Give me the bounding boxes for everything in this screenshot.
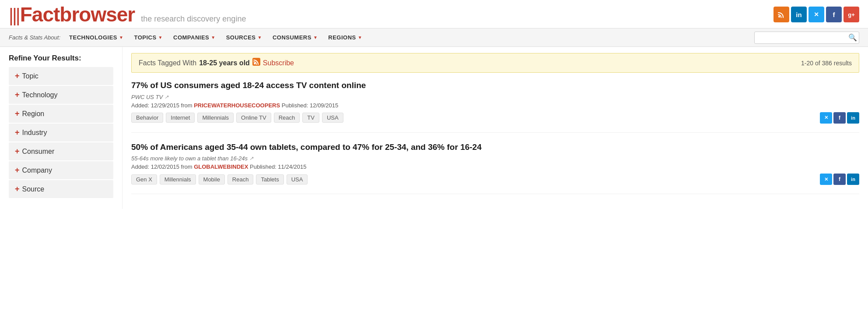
sidebar-title: Refine Your Results: <box>9 54 113 63</box>
sidebar-item-topic-label: Topic <box>22 72 38 80</box>
fact-source-line: 55-64s more likely to own a tablet than … <box>131 155 859 162</box>
source-name[interactable]: 55-64s more likely to own a tablet than … <box>131 155 248 162</box>
google-plus-button[interactable]: g+ <box>844 7 859 22</box>
share-icons: ✕ f in <box>820 174 859 185</box>
twitter-share-icon: ✕ <box>824 115 828 121</box>
sidebar-item-consumer[interactable]: + Consumer <box>9 142 113 160</box>
tag-tablets[interactable]: Tablets <box>256 174 284 184</box>
tag-millennials[interactable]: Millennials <box>197 113 234 123</box>
nav-consumers-label: CONSUMERS <box>273 34 312 41</box>
rss-button[interactable] <box>774 7 789 22</box>
tag-internet[interactable]: Internet <box>166 113 195 123</box>
share-twitter-button[interactable]: ✕ <box>820 174 832 185</box>
linkedin-icon: in <box>796 11 802 18</box>
sidebar-item-source[interactable]: + Source <box>9 180 113 198</box>
published-date: 11/24/2015 <box>278 163 306 170</box>
share-twitter-button[interactable]: ✕ <box>820 112 832 124</box>
sidebar-item-source-label: Source <box>22 185 45 193</box>
sidebar-item-region[interactable]: + Region <box>9 105 113 123</box>
fact-meta: Added: 12/29/2015 from PRICEWATERHOUSECO… <box>131 102 859 109</box>
fact-item: 77% of US consumers aged 18-24 access TV… <box>131 80 859 133</box>
plus-icon: + <box>15 147 20 156</box>
publisher-link[interactable]: PRICEWATERHOUSECOOPERS <box>194 102 280 109</box>
logo-area: |||Factbrowser the research discovery en… <box>9 4 246 25</box>
nav-topics-arrow: ▼ <box>158 35 163 40</box>
nav-technologies[interactable]: TECHNOLOGIES ▼ <box>64 28 129 47</box>
twitter-share-icon: ✕ <box>824 177 828 182</box>
search-input[interactable] <box>756 34 848 41</box>
share-icons: ✕ f in <box>820 112 859 124</box>
nav-companies[interactable]: COMPANIES ▼ <box>168 28 221 47</box>
fact-source-line: PWC US TV ↗ <box>131 94 859 100</box>
rss-icon[interactable] <box>252 58 260 68</box>
source-name[interactable]: PWC US TV <box>131 94 163 100</box>
results-header: Facts Tagged With 18-25 years old Subscr… <box>131 53 859 73</box>
fact-title[interactable]: 77% of US consumers aged 18-24 access TV… <box>131 80 859 91</box>
share-facebook-button[interactable]: f <box>833 174 846 185</box>
plus-icon: + <box>15 90 20 99</box>
main-content: Refine Your Results: + Topic + Technolog… <box>0 47 868 209</box>
nav-regions-label: REGIONS <box>328 34 356 41</box>
facebook-share-icon: f <box>839 115 840 121</box>
linkedin-button[interactable]: in <box>791 7 807 22</box>
results-header-prefix: Facts Tagged With <box>139 59 196 67</box>
facebook-icon: f <box>833 11 835 18</box>
social-icons: in ✕ f g+ <box>774 7 859 22</box>
nav-companies-label: COMPANIES <box>173 34 209 41</box>
nav-technologies-label: TECHNOLOGIES <box>69 34 117 41</box>
results-tag[interactable]: 18-25 years old <box>199 59 250 67</box>
results-count: 1-20 of 386 results <box>801 60 852 67</box>
nav-topics[interactable]: TOPICS ▼ <box>129 28 168 47</box>
share-facebook-button[interactable]: f <box>833 112 846 124</box>
nav-companies-arrow: ▼ <box>211 35 215 40</box>
tag-gen-x[interactable]: Gen X <box>131 174 157 184</box>
tag-mobile[interactable]: Mobile <box>199 174 225 184</box>
sidebar-item-region-label: Region <box>22 110 45 118</box>
tag-usa[interactable]: USA <box>322 113 343 123</box>
plus-icon: + <box>15 71 20 81</box>
nav-sources[interactable]: SOURCES ▼ <box>221 28 267 47</box>
tag-reach[interactable]: Reach <box>228 174 254 184</box>
tags-row: Behavior Internet Millennials Online TV … <box>131 112 859 124</box>
sidebar-item-industry[interactable]: + Industry <box>9 124 113 142</box>
tag-behavior[interactable]: Behavior <box>131 113 163 123</box>
fact-title[interactable]: 50% of Americans aged 35-44 own tablets,… <box>131 142 859 153</box>
nav-technologies-arrow: ▼ <box>119 35 123 40</box>
nav-consumers[interactable]: CONSUMERS ▼ <box>267 28 323 47</box>
tag-millennials[interactable]: Millennials <box>160 174 196 184</box>
search-box: 🔍 <box>754 32 859 44</box>
sidebar-item-topic[interactable]: + Topic <box>9 67 113 85</box>
site-header: |||Factbrowser the research discovery en… <box>0 0 868 28</box>
tags-list: Gen X Millennials Mobile Reach Tablets U… <box>131 174 308 184</box>
logo-text[interactable]: |||Factbrowser <box>9 4 135 25</box>
sidebar-item-company[interactable]: + Company <box>9 161 113 179</box>
facebook-button[interactable]: f <box>826 7 842 22</box>
share-linkedin-button[interactable]: in <box>847 112 859 124</box>
tag-tv[interactable]: TV <box>302 113 319 123</box>
tag-usa[interactable]: USA <box>287 174 308 184</box>
tags-row: Gen X Millennials Mobile Reach Tablets U… <box>131 174 859 185</box>
nav-sources-arrow: ▼ <box>257 35 262 40</box>
nav-regions[interactable]: REGIONS ▼ <box>323 28 368 47</box>
plus-icon: + <box>15 109 20 118</box>
linkedin-share-icon: in <box>851 177 855 182</box>
published-prefix: Published: <box>250 163 278 170</box>
tag-online-tv[interactable]: Online TV <box>236 113 271 123</box>
results-panel: Facts Tagged With 18-25 years old Subscr… <box>122 47 868 209</box>
subscribe-link[interactable]: Subscribe <box>263 59 294 67</box>
added-date: 12/29/2015 <box>151 102 179 109</box>
tags-list: Behavior Internet Millennials Online TV … <box>131 113 343 123</box>
plus-icon: + <box>15 184 20 194</box>
logo-tagline: the research discovery engine <box>141 14 246 24</box>
svg-point-0 <box>778 16 780 18</box>
sidebar-item-technology[interactable]: + Technology <box>9 86 113 104</box>
twitter-icon: ✕ <box>814 11 819 18</box>
added-prefix: Added: <box>131 102 149 109</box>
publisher-link[interactable]: GLOBALWEBINDEX <box>194 163 248 170</box>
search-icon[interactable]: 🔍 <box>848 33 857 42</box>
twitter-button[interactable]: ✕ <box>808 7 824 22</box>
share-linkedin-button[interactable]: in <box>847 174 859 185</box>
tag-reach[interactable]: Reach <box>274 113 300 123</box>
logo-bars-icon: ||| <box>9 6 19 25</box>
added-prefix: Added: <box>131 163 149 170</box>
